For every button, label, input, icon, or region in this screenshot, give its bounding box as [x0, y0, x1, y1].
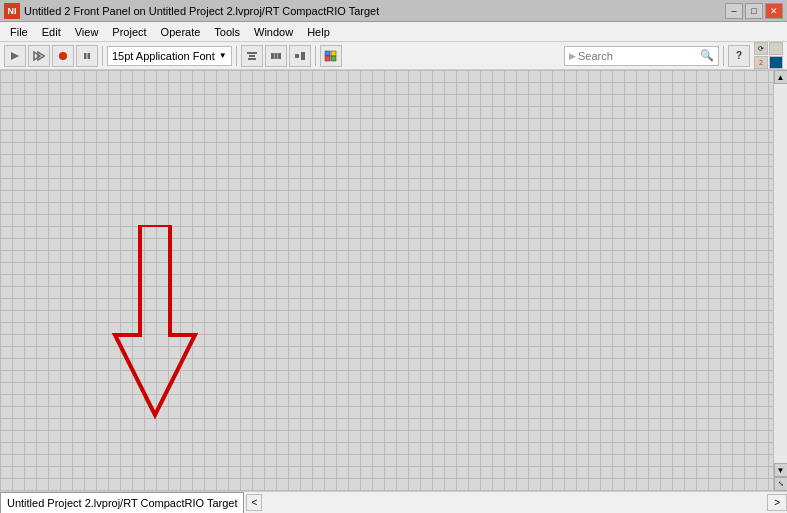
- svg-rect-16: [325, 56, 330, 61]
- app-icon: NI: [4, 3, 20, 19]
- palette-item-4[interactable]: [769, 56, 783, 69]
- help-button[interactable]: ?: [728, 45, 750, 67]
- status-tab[interactable]: Untitled Project 2.lvproj/RT CompactRIO …: [0, 492, 244, 513]
- toolbar-separator-2: [236, 46, 237, 66]
- run-button[interactable]: [4, 45, 26, 67]
- abort-button[interactable]: [52, 45, 74, 67]
- scroll-right-button[interactable]: >: [767, 494, 787, 511]
- pause-button[interactable]: [76, 45, 98, 67]
- svg-rect-14: [325, 51, 330, 56]
- svg-rect-17: [331, 56, 336, 61]
- maximize-button[interactable]: □: [745, 3, 763, 19]
- menu-project[interactable]: Project: [106, 24, 152, 40]
- font-dropdown-icon[interactable]: ▼: [219, 51, 227, 60]
- svg-point-3: [59, 52, 67, 60]
- svg-rect-10: [274, 53, 277, 59]
- status-tab-label: Untitled Project 2.lvproj/RT CompactRIO …: [7, 497, 237, 509]
- svg-rect-15: [331, 51, 336, 56]
- palette-item-3[interactable]: 2: [754, 56, 768, 69]
- svg-marker-18: [115, 225, 195, 415]
- menu-view[interactable]: View: [69, 24, 105, 40]
- window-controls: – □ ✕: [725, 3, 783, 19]
- svg-rect-11: [278, 53, 281, 59]
- svg-rect-13: [301, 52, 305, 60]
- svg-rect-12: [295, 54, 299, 58]
- status-bar: Untitled Project 2.lvproj/RT CompactRIO …: [0, 491, 787, 513]
- menu-bar: File Edit View Project Operate Tools Win…: [0, 22, 787, 42]
- menu-edit[interactable]: Edit: [36, 24, 67, 40]
- menu-file[interactable]: File: [4, 24, 34, 40]
- scroll-resize-handle[interactable]: ⤡: [774, 477, 788, 491]
- red-arrow-annotation: [95, 225, 205, 415]
- vertical-scrollbar[interactable]: ▲ ▼ ⤡: [773, 70, 787, 491]
- scroll-left-button[interactable]: <: [246, 494, 262, 511]
- resize-button[interactable]: [289, 45, 311, 67]
- scroll-down-button[interactable]: ▼: [774, 463, 788, 477]
- search-icon[interactable]: 🔍: [700, 49, 714, 62]
- title-bar: NI Untitled 2 Front Panel on Untitled Pr…: [0, 0, 787, 22]
- scroll-track[interactable]: [774, 84, 787, 463]
- menu-tools[interactable]: Tools: [208, 24, 246, 40]
- svg-marker-0: [11, 52, 19, 60]
- minimize-button[interactable]: –: [725, 3, 743, 19]
- palette-item-1[interactable]: ⟳: [754, 42, 768, 55]
- toolbar-separator-3: [315, 46, 316, 66]
- close-button[interactable]: ✕: [765, 3, 783, 19]
- palette-item-2[interactable]: [769, 42, 783, 55]
- window-title: Untitled 2 Front Panel on Untitled Proje…: [24, 5, 379, 17]
- svg-rect-7: [249, 55, 255, 57]
- distribute-button[interactable]: [265, 45, 287, 67]
- toolbar: 15pt Application Font ▼: [0, 42, 787, 70]
- svg-rect-5: [88, 53, 91, 59]
- menu-window[interactable]: Window: [248, 24, 299, 40]
- scroll-up-button[interactable]: ▲: [774, 70, 788, 84]
- svg-rect-9: [271, 53, 274, 59]
- run-continuously-button[interactable]: [28, 45, 50, 67]
- svg-rect-6: [247, 52, 257, 54]
- main-area: ▲ ▼ ⤡: [0, 70, 787, 491]
- svg-rect-4: [84, 53, 87, 59]
- color-button[interactable]: [320, 45, 342, 67]
- search-input[interactable]: [578, 50, 698, 62]
- toolbar-separator-1: [102, 46, 103, 66]
- font-selector[interactable]: 15pt Application Font ▼: [107, 46, 232, 66]
- svg-rect-8: [248, 58, 256, 60]
- search-prompt-icon: ▶: [569, 51, 576, 61]
- toolbar-separator-4: [723, 46, 724, 66]
- font-name: 15pt Application Font: [112, 50, 215, 62]
- menu-operate[interactable]: Operate: [155, 24, 207, 40]
- align-button[interactable]: [241, 45, 263, 67]
- canvas[interactable]: [0, 70, 773, 491]
- menu-help[interactable]: Help: [301, 24, 336, 40]
- search-box[interactable]: ▶ 🔍: [564, 46, 719, 66]
